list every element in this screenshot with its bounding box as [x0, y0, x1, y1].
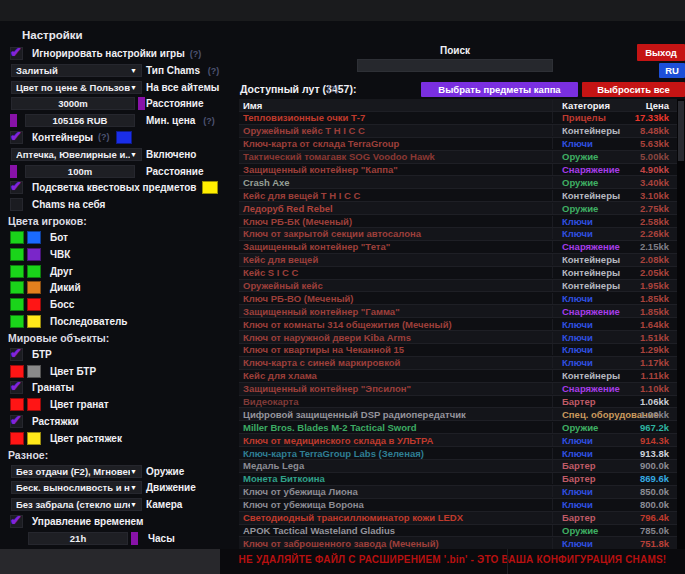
containers-checkbox[interactable]: ✔ — [10, 131, 23, 144]
scrollbar-thumb[interactable] — [678, 101, 684, 161]
table-row[interactable]: Ключ РБ-БК (Меченый)Ключи2.58kk — [239, 215, 677, 228]
player-color-swatch-1[interactable] — [10, 265, 24, 278]
table-row[interactable]: Ключ от закрытой секции автосалонаКлючи2… — [239, 228, 677, 241]
table-row[interactable]: Кейс для вещейКонтейнеры2.08kk — [239, 254, 677, 267]
table-row[interactable]: Ключ от квартиры на Чеканной 15Ключи1.29… — [239, 344, 677, 357]
chevron-down-icon: ▼ — [130, 501, 137, 508]
btr-checkbox[interactable]: ✔ — [10, 348, 23, 361]
table-row[interactable]: Монета БиткоинаБартер869.6k — [239, 473, 677, 486]
player-color-swatch-2[interactable] — [27, 265, 41, 278]
table-row[interactable]: Цифровой защищенный DSP радиопередатчикС… — [239, 408, 677, 421]
movement-row: Беск. выносливость и нет уста▼ Движение — [8, 481, 234, 494]
player-color-swatch-2[interactable] — [27, 248, 41, 261]
player-color-swatch-1[interactable] — [10, 298, 24, 311]
scrollbar[interactable] — [677, 99, 685, 569]
color-mode-dropdown[interactable]: Цвет по цене & Пользователь▼ — [11, 81, 142, 94]
btr-color-swatch-1[interactable] — [10, 365, 24, 378]
quest-highlight-checkbox[interactable]: ✔ — [10, 181, 23, 194]
table-row[interactable]: Защищенный контейнер "Гамма"Снаряжение1.… — [239, 305, 677, 318]
chams-type-label: Тип Chams (?) — [146, 64, 219, 77]
loot-count-label: Доступный лут (3457): — [240, 83, 356, 95]
tripwire-color-swatch-1[interactable] — [10, 432, 24, 445]
player-color-swatch-2[interactable] — [27, 298, 41, 311]
table-row[interactable]: Защищенный контейнер "Тета"Снаряжение2.1… — [239, 241, 677, 254]
select-kappa-items-button[interactable]: Выбрать предметы каппа — [421, 82, 578, 97]
tripwires-checkbox[interactable]: ✔ — [10, 415, 23, 428]
player-color-swatch-1[interactable] — [10, 315, 24, 328]
table-row[interactable]: Ключ от наружной двери Kiba ArmsКлючи1.5… — [239, 331, 677, 344]
self-chams-checkbox[interactable] — [10, 198, 23, 211]
container-distance-color-swatch[interactable] — [10, 165, 17, 178]
item-price: 800.0k — [634, 499, 677, 510]
container-distance-input[interactable]: 100m — [25, 165, 135, 178]
table-row[interactable]: Ключ от убежища ЛионаКлючи850.0k — [239, 486, 677, 499]
drop-all-button[interactable]: Выбросить все — [582, 82, 685, 97]
player-color-swatch-2[interactable] — [27, 315, 41, 328]
table-row[interactable]: Miller Bros. Blades M-2 Tactical SwordОр… — [239, 421, 677, 434]
distance-color-swatch[interactable] — [138, 97, 145, 110]
time-control-checkbox[interactable]: ✔ — [10, 515, 23, 528]
item-name: Защищенный контейнер "Тета" — [239, 241, 552, 252]
item-category: Контейнеры — [552, 125, 634, 136]
table-row[interactable]: Кейс S I C CКонтейнеры2.05kk — [239, 267, 677, 280]
quest-highlight-color-swatch[interactable] — [202, 181, 218, 194]
item-category: Ключи — [552, 319, 634, 330]
containers-color-swatch[interactable] — [116, 131, 132, 144]
table-row[interactable]: APOK Tactical Wasteland GladiusОружие785… — [239, 525, 677, 538]
table-row[interactable]: ВидеокартаБартер1.06kk — [239, 396, 677, 409]
container-filter-dropdown[interactable]: Аптечка, Ювелирные и...▼ — [11, 148, 142, 161]
btr-color-swatch-2[interactable] — [27, 365, 41, 378]
table-row[interactable]: Ключ от комнаты 314 общежития (Меченый)К… — [239, 318, 677, 331]
table-row[interactable]: Кейс для хламаКонтейнеры1.11kk — [239, 370, 677, 383]
table-row[interactable]: Светодиодный трансиллюминатор кожи LEDXБ… — [239, 512, 677, 525]
config-warning-text: НЕ УДАЛЯЙТЕ ФАЙЛ С РАСШИРЕНИЕМ '.bin' - … — [220, 554, 685, 565]
player-color-swatch-2[interactable] — [27, 281, 41, 294]
grenades-checkbox[interactable]: ✔ — [10, 381, 23, 394]
table-row[interactable]: Ключ от медицинского склада в УЛЬТРАКлюч… — [239, 434, 677, 447]
table-row[interactable]: Защищенный контейнер "Каппа"Снаряжение4.… — [239, 164, 677, 177]
table-row[interactable]: Медаль LegaБартер900.0k — [239, 460, 677, 473]
player-color-swatch-1[interactable] — [10, 231, 24, 244]
table-row[interactable]: Ключ-карта от склада TerraGroupКлючи5.63… — [239, 138, 677, 151]
table-row[interactable]: Защищенный контейнер "Эпсилон"Снаряжение… — [239, 383, 677, 396]
item-name: APOK Tactical Wasteland Gladius — [239, 525, 552, 536]
checkmark-icon: ✔ — [10, 178, 22, 194]
player-color-swatch-2[interactable] — [27, 231, 41, 244]
table-row[interactable]: Оружейный кейсКонтейнеры1.95kk — [239, 280, 677, 293]
table-row[interactable]: Ключ-карта TerraGroup Labs (Зеленая)Ключ… — [239, 447, 677, 460]
loot-table: Имя Категория Цена Тепловизионные очки Т… — [239, 99, 677, 569]
chams-type-dropdown[interactable]: Залитый▼ — [11, 64, 142, 77]
table-row[interactable]: Тактический томагавк SOG Voodoo HawkОруж… — [239, 151, 677, 164]
table-row[interactable]: Ледоруб Red RebelОружие2.75kk — [239, 202, 677, 215]
search-input[interactable] — [357, 59, 553, 72]
quest-highlight-row: ✔ Подсветка квестовых предметов — [8, 181, 234, 194]
ignore-game-settings-checkbox[interactable]: ✔ — [10, 47, 23, 60]
movement-dropdown[interactable]: Беск. выносливость и нет уста▼ — [11, 481, 142, 494]
table-row[interactable]: Оружейный кейс T H I C CКонтейнеры8.48kk — [239, 125, 677, 138]
table-row[interactable]: Crash AxeОружие3.40kk — [239, 176, 677, 189]
exit-button[interactable]: Выход — [637, 44, 685, 61]
min-price-input[interactable]: 105156 RUB — [25, 114, 135, 127]
item-category: Оружие — [552, 422, 634, 433]
table-row[interactable]: Кейс для вещей T H I C CКонтейнеры3.10kk — [239, 189, 677, 202]
item-name: Ключ от наружной двери Kiba Arms — [239, 332, 552, 343]
grenade-color-label: Цвет гранат — [50, 399, 109, 410]
grenade-color-swatch-2[interactable] — [27, 398, 41, 411]
tripwire-color-swatch-2[interactable] — [27, 432, 41, 445]
player-color-swatch-1[interactable] — [10, 248, 24, 261]
hours-input[interactable]: 21h — [28, 532, 128, 545]
weapon-dropdown[interactable]: Без отдачи (F2), Мгновенное п▼ — [11, 465, 142, 478]
player-color-swatch-1[interactable] — [10, 281, 24, 294]
help-hint: (?) — [327, 84, 339, 94]
table-row[interactable]: Тепловизионные очки Т-7Прицелы17.33kk — [239, 112, 677, 125]
table-row[interactable]: Ключ РБ-ВО (Меченый)Ключи1.85kk — [239, 292, 677, 305]
hours-color-swatch[interactable] — [131, 532, 138, 545]
table-row[interactable]: Ключ от убежища ВоронаКлючи800.0k — [239, 499, 677, 512]
min-price-color-swatch[interactable] — [10, 114, 17, 127]
item-name: Медаль Lega — [239, 460, 552, 471]
camera-dropdown[interactable]: Без забрала (стекло шлема)▼ — [11, 498, 142, 511]
grenade-color-swatch-1[interactable] — [10, 398, 24, 411]
distance-input[interactable]: 3000m — [11, 97, 135, 110]
language-button[interactable]: RU — [659, 63, 685, 78]
table-row[interactable]: Ключ-карта с синей маркировкойКлючи1.17k… — [239, 357, 677, 370]
